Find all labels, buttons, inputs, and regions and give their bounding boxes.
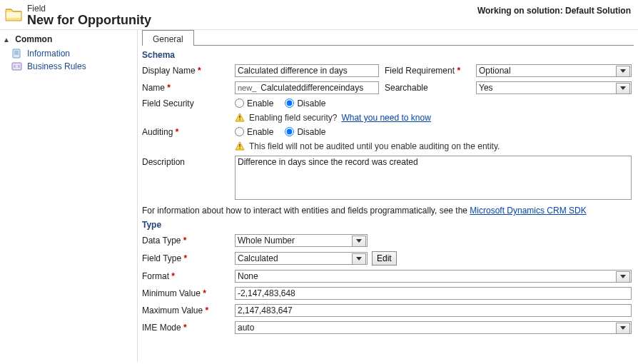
sdk-link[interactable]: Microsoft Dynamics CRM SDK bbox=[470, 206, 586, 216]
format-label: Format bbox=[142, 271, 229, 281]
field-requirement-label: Field Requirement bbox=[385, 66, 470, 76]
maximum-value-label: Maximum Value bbox=[142, 305, 229, 315]
sidebar-item-business-rules[interactable]: Business Rules bbox=[1, 60, 137, 73]
name-input[interactable] bbox=[258, 81, 379, 94]
field-security-label: Field Security bbox=[142, 98, 229, 108]
svg-rect-4 bbox=[12, 63, 21, 70]
field-requirement-value[interactable] bbox=[476, 64, 632, 77]
sidebar: ▲ Common Information Business Rules bbox=[0, 29, 137, 362]
ime-mode-value[interactable] bbox=[235, 321, 632, 334]
ime-mode-select[interactable] bbox=[235, 321, 632, 334]
header-titles: Field New for Opportunity bbox=[27, 4, 151, 28]
name-prefix: new_ bbox=[235, 81, 258, 94]
svg-rect-6 bbox=[239, 119, 240, 120]
auditing-enable[interactable]: Enable bbox=[235, 127, 273, 137]
rules-icon bbox=[11, 61, 23, 71]
field-security-warning: Enabling field security? What you need t… bbox=[235, 113, 632, 123]
field-type-select[interactable] bbox=[235, 252, 368, 265]
tab-general[interactable]: General bbox=[142, 30, 194, 45]
tab-strip: General bbox=[142, 30, 634, 46]
searchable-label: Searchable bbox=[385, 83, 470, 93]
schema-heading: Schema bbox=[142, 50, 634, 60]
folder-icon bbox=[4, 5, 23, 24]
sidebar-section-header[interactable]: ▲ Common bbox=[1, 33, 137, 47]
svg-rect-8 bbox=[239, 148, 240, 148]
format-select[interactable] bbox=[235, 270, 632, 283]
svg-rect-7 bbox=[239, 144, 240, 147]
field-security-disable[interactable]: Disable bbox=[285, 98, 325, 108]
field-type-label: Field Type bbox=[142, 253, 229, 263]
maximum-value-input[interactable] bbox=[235, 304, 632, 317]
searchable-select[interactable] bbox=[476, 81, 632, 94]
auditing-warning: This field will not be audited until you… bbox=[235, 141, 632, 151]
minimum-value-label: Minimum Value bbox=[142, 288, 229, 298]
auditing-warning-text: This field will not be audited until you… bbox=[249, 141, 500, 151]
sidebar-item-label: Information bbox=[27, 49, 70, 59]
format-value[interactable] bbox=[235, 270, 632, 283]
svg-rect-5 bbox=[239, 116, 240, 118]
sidebar-section-title: Common bbox=[15, 34, 52, 44]
main-panel: General Schema Display Name Field Requir… bbox=[137, 29, 638, 362]
name-label: Name bbox=[142, 83, 229, 93]
field-requirement-select[interactable] bbox=[476, 64, 632, 77]
solution-status: Working on solution: Default Solution bbox=[477, 4, 634, 16]
warning-icon bbox=[235, 141, 245, 151]
ime-mode-label: IME Mode bbox=[142, 323, 229, 333]
sidebar-item-information[interactable]: Information bbox=[1, 47, 137, 60]
type-heading: Type bbox=[142, 220, 634, 230]
data-type-value[interactable] bbox=[235, 234, 368, 247]
description-input[interactable] bbox=[235, 156, 632, 200]
entity-title: New for Opportunity bbox=[27, 14, 151, 28]
data-type-label: Data Type bbox=[142, 236, 229, 246]
description-label: Description bbox=[142, 156, 229, 167]
auditing-disable[interactable]: Disable bbox=[285, 127, 325, 137]
edit-button[interactable]: Edit bbox=[372, 251, 397, 266]
auditing-label: Auditing bbox=[142, 127, 229, 137]
document-icon bbox=[11, 49, 23, 59]
display-name-label: Display Name bbox=[142, 66, 229, 76]
warning-icon bbox=[235, 113, 245, 123]
data-type-select[interactable] bbox=[235, 234, 368, 247]
field-security-help-link[interactable]: What you need to know bbox=[341, 113, 430, 123]
display-name-input[interactable] bbox=[235, 64, 379, 77]
field-security-warning-text: Enabling field security? bbox=[249, 113, 337, 123]
field-type-value[interactable] bbox=[235, 252, 368, 265]
minimum-value-input[interactable] bbox=[235, 287, 632, 300]
sdk-info-line: For information about how to interact wi… bbox=[142, 206, 634, 216]
name-input-group: new_ bbox=[235, 81, 379, 94]
sidebar-item-label: Business Rules bbox=[27, 61, 86, 71]
svg-rect-0 bbox=[13, 49, 20, 58]
page-header: Field New for Opportunity Working on sol… bbox=[0, 0, 638, 29]
field-security-enable[interactable]: Enable bbox=[235, 98, 273, 108]
chevron-down-icon: ▲ bbox=[3, 36, 10, 44]
searchable-value[interactable] bbox=[476, 81, 632, 94]
